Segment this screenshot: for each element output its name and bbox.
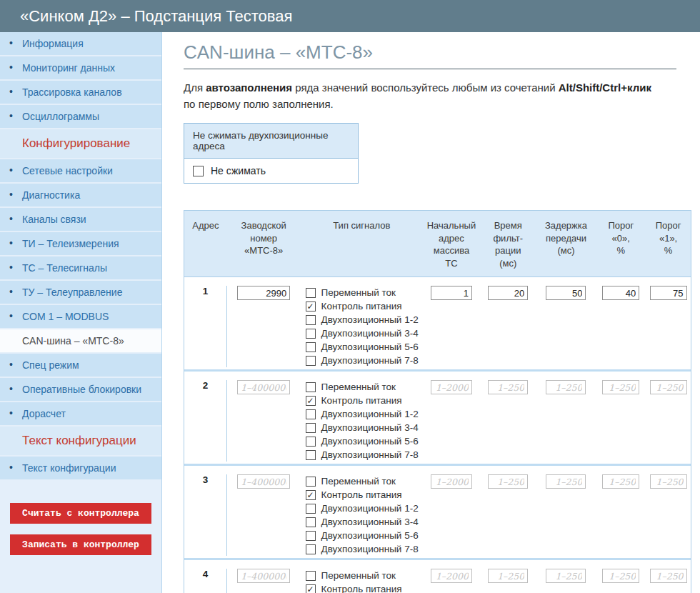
signal-type-checkbox[interactable]: [306, 504, 316, 514]
signal-type-option: Двухпозиционный 1-2: [306, 502, 424, 515]
start-address-input[interactable]: [431, 380, 472, 394]
sidebar-item[interactable]: •Сетевые настройки: [0, 159, 161, 182]
signal-type-option: Двухпозиционный 1-2: [306, 313, 424, 327]
no-compress-panel-body: Не сжимать: [184, 159, 358, 183]
signal-type-checkbox[interactable]: [306, 423, 316, 433]
sidebar-item[interactable]: •Диагностика: [0, 184, 161, 206]
bullet-icon: •: [9, 86, 13, 97]
threshold-1-input[interactable]: [650, 380, 687, 394]
sidebar-item[interactable]: •Информация: [0, 32, 161, 55]
send-delay-input[interactable]: [546, 569, 586, 583]
threshold-0-input-cell: [596, 569, 646, 593]
write-to-controller-button[interactable]: Записать в контроллер: [10, 534, 151, 555]
app-header: «Синком Д2» – Подстанция Тестовая: [0, 0, 700, 32]
threshold-1-input[interactable]: [650, 569, 687, 583]
sidebar-item-label: Каналы связи: [22, 214, 86, 225]
sidebar-item[interactable]: •Мониторинг данных: [0, 56, 161, 79]
signal-type-checkbox[interactable]: [306, 288, 316, 298]
read-from-controller-button[interactable]: Считать с контроллера: [10, 503, 151, 524]
signal-type-checkbox[interactable]: [306, 315, 316, 325]
signal-type-checkbox[interactable]: [306, 544, 316, 554]
signal-type-checkbox[interactable]: ✓: [306, 584, 316, 593]
filter-time-input[interactable]: [488, 474, 528, 489]
bullet-icon: •: [9, 189, 13, 200]
send-delay-input-cell: [536, 569, 596, 593]
row-address: 3: [184, 474, 227, 556]
start-address-input[interactable]: [431, 569, 472, 583]
column-header-filter-time: Время фильт- рации (мс): [480, 219, 536, 269]
filter-time-input[interactable]: [488, 380, 528, 394]
signal-type-checkbox[interactable]: [306, 382, 316, 392]
signal-type-checkbox[interactable]: [306, 531, 316, 541]
bullet-icon: •: [9, 310, 13, 322]
sidebar-item[interactable]: •Текст конфигурации: [0, 457, 161, 479]
threshold-0-input[interactable]: [602, 380, 639, 394]
sidebar-item[interactable]: •ТУ – Телеуправление: [0, 281, 161, 304]
signal-type-option: Переменный ток: [306, 474, 424, 488]
filter-time-input[interactable]: [488, 569, 528, 583]
signal-type-label: Переменный ток: [321, 476, 396, 487]
factory-number-input[interactable]: [237, 286, 290, 300]
signal-type-checkbox[interactable]: [306, 329, 316, 339]
start-address-input-cell: [423, 286, 480, 367]
signal-type-label: Двухпозиционный 3-4: [321, 517, 419, 527]
threshold-1-input-cell: [646, 380, 691, 462]
signal-type-checkbox[interactable]: [306, 437, 316, 447]
signal-type-label: Контроль питания: [321, 584, 402, 593]
bullet-icon: •: [9, 462, 13, 473]
factory-number-cell: [227, 286, 301, 367]
send-delay-input[interactable]: [546, 380, 586, 394]
threshold-0-input[interactable]: [602, 474, 639, 489]
threshold-1-input[interactable]: [650, 286, 687, 300]
signal-type-option: Переменный ток: [306, 569, 424, 582]
sidebar-item[interactable]: •ТС – Телесигналы: [0, 256, 161, 279]
sidebar-item[interactable]: •Оперативные блокировки: [0, 378, 161, 401]
send-delay-input[interactable]: [546, 474, 586, 489]
intro-part-3: по первому полю заполнения.: [184, 98, 334, 110]
signal-type-checkbox[interactable]: [306, 477, 316, 487]
table-row: 4Переменный ток✓Контроль питанияДвухпози…: [184, 558, 691, 593]
table-header-row: Адрес Заводской номер «МТС-8» Тип сигнал…: [184, 211, 691, 277]
signal-type-checkbox[interactable]: [306, 450, 316, 460]
signal-type-checkbox[interactable]: [306, 356, 316, 366]
threshold-0-input[interactable]: [602, 286, 639, 300]
sidebar-item[interactable]: •Трассировка каналов: [0, 81, 161, 104]
signal-type-checkbox[interactable]: ✓: [306, 302, 316, 312]
table-body: 1Переменный ток✓Контроль питанияДвухпози…: [184, 277, 691, 593]
sidebar-item-label: Спец режим: [22, 359, 79, 371]
row-address: 2: [184, 380, 227, 462]
signal-type-checkbox[interactable]: [306, 517, 316, 527]
signal-type-checkbox[interactable]: ✓: [306, 396, 316, 406]
sidebar-item[interactable]: •ТИ – Телеизмерения: [0, 232, 161, 255]
factory-number-input[interactable]: [237, 474, 290, 489]
factory-number-cell: [227, 380, 301, 462]
start-address-input[interactable]: [431, 474, 472, 489]
start-address-input[interactable]: [431, 286, 472, 300]
threshold-0-input[interactable]: [602, 569, 639, 583]
sidebar-item[interactable]: •Каналы связи: [0, 208, 161, 231]
no-compress-checkbox[interactable]: [193, 166, 204, 176]
sidebar-item-active[interactable]: CAN-шина – «МТС-8»: [0, 329, 161, 352]
sidebar-item-label: Диагностика: [22, 189, 80, 201]
signal-type-checkbox[interactable]: [306, 571, 316, 581]
page-title: CAN-шина – «МТС-8»: [184, 41, 676, 69]
signal-type-label: Двухпозиционный 7-8: [321, 449, 419, 460]
sidebar-item-label: Трассировка каналов: [22, 86, 122, 98]
factory-number-input[interactable]: [237, 380, 290, 394]
filter-time-input[interactable]: [488, 286, 528, 300]
sidebar-item[interactable]: •Дорасчет: [0, 402, 161, 425]
threshold-1-input[interactable]: [650, 474, 687, 489]
sidebar-item-label: COM 1 – MODBUS: [22, 311, 109, 322]
sidebar-item[interactable]: •COM 1 – MODBUS: [0, 305, 161, 328]
bullet-icon: •: [9, 37, 13, 49]
main-layout: •Информация•Мониторинг данных•Трассировк…: [0, 32, 700, 593]
signal-type-checkbox[interactable]: [306, 409, 316, 419]
sidebar-item[interactable]: •Спец режим: [0, 354, 161, 377]
signal-type-checkbox[interactable]: ✓: [306, 490, 316, 500]
bullet-icon: •: [9, 213, 13, 224]
send-delay-input[interactable]: [546, 286, 586, 300]
factory-number-input[interactable]: [237, 569, 290, 583]
signal-type-checkbox[interactable]: [306, 342, 316, 352]
sidebar-item[interactable]: •Осциллограммы: [0, 105, 161, 128]
signal-type-label: Двухпозиционный 7-8: [321, 355, 419, 366]
